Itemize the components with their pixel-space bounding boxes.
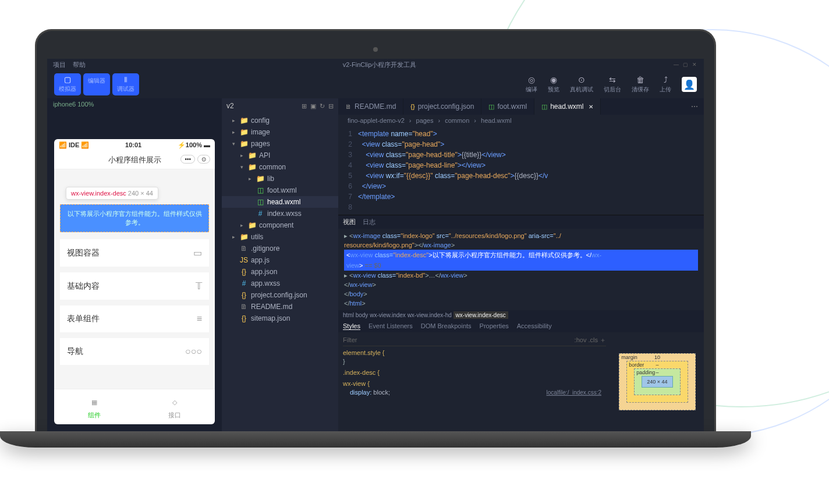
toolbar-action-3[interactable]: ⇆切后台 [604, 75, 621, 94]
editor-tab[interactable]: ◫foot.wxml [481, 98, 534, 115]
tree-item[interactable]: ▸📁API [222, 150, 338, 161]
toolbar-action-5[interactable]: ⤴上传 [660, 75, 671, 94]
tree-item[interactable]: #index.wxss [222, 208, 338, 219]
refresh-icon[interactable]: ↻ [320, 102, 325, 110]
tree-item[interactable]: 🗎.gitignore [222, 243, 338, 254]
simulator-panel: iphone6 100% 📶 IDE 📶 10:01 ⚡100% ▬ 小程序组件… [47, 98, 222, 431]
file-explorer: v2 ⊞ ▣ ↻ ⊟ ▸📁config▸📁image▾📁pages▸📁API▾📁… [222, 98, 338, 431]
tree-item[interactable]: JSapp.js [222, 254, 338, 266]
styles-filter-controls[interactable]: :hov .cls ＋ [575, 336, 606, 345]
status-battery: ⚡100% ▬ [178, 141, 210, 149]
toolbar-action-0[interactable]: ◎编译 [526, 75, 537, 94]
menu-help[interactable]: 帮助 [73, 61, 86, 69]
tree-item[interactable]: ▸📁lib [222, 173, 338, 184]
tree-item[interactable]: ▸📁config [222, 115, 338, 126]
device-info: iphone6 100% [47, 98, 222, 110]
tree-item[interactable]: ▾📁pages [222, 138, 338, 150]
collapse-icon[interactable]: ⊟ [328, 102, 334, 110]
code-editor[interactable]: 1<template name="head">2 <view class="pa… [338, 126, 704, 215]
ide-window: 项目 帮助 v2-FinClip小程序开发工具 — ▢ ✕ ▢模拟器编辑器⫴调试… [47, 59, 704, 431]
laptop-frame: 项目 帮助 v2-FinClip小程序开发工具 — ▢ ✕ ▢模拟器编辑器⫴调试… [35, 29, 716, 448]
tree-item[interactable]: ▸📁utils [222, 231, 338, 243]
devtools-tab-log[interactable]: 日志 [363, 218, 375, 226]
capsule-menu-icon[interactable]: ••• [180, 155, 195, 164]
mode-button-0[interactable]: ▢模拟器 [54, 73, 81, 95]
devtools-subtab[interactable]: DOM Breakpoints [421, 322, 472, 330]
device-frame: 📶 IDE 📶 10:01 ⚡100% ▬ 小程序组件展示 ••• ⊙ [54, 139, 215, 424]
project-root[interactable]: v2 [226, 102, 234, 110]
dom-breadcrumb[interactable]: html body wx-view.index wx-view.index-hd… [338, 310, 704, 320]
new-file-icon[interactable]: ⊞ [302, 102, 307, 110]
tab-components[interactable]: ▦组件 [54, 389, 134, 424]
close-icon[interactable]: ✕ [692, 62, 698, 68]
tree-item[interactable]: ▸📁image [222, 126, 338, 138]
editor-tab[interactable]: ◫head.wxml✕ [534, 98, 601, 115]
tree-item[interactable]: {}app.json [222, 266, 338, 278]
styles-pane[interactable]: Filter :hov .cls ＋ element.style {}.inde… [338, 332, 611, 431]
editor-tabs: 🗎README.md{}project.config.json◫foot.wxm… [338, 98, 704, 115]
mode-button-2[interactable]: ⫴调试器 [112, 73, 139, 95]
status-time: 10:01 [125, 141, 141, 149]
status-signal: 📶 IDE 📶 [59, 141, 89, 149]
tree-item[interactable]: {}project.config.json [222, 289, 338, 301]
breadcrumb: fino-applet-demo-v2›pages›common›head.wx… [338, 115, 704, 126]
new-folder-icon[interactable]: ▣ [310, 102, 316, 110]
tree-item[interactable]: ▾📁common [222, 161, 338, 173]
menu-project[interactable]: 项目 [53, 61, 66, 69]
list-item[interactable]: 导航○○○ [60, 338, 209, 365]
window-title: v2-FinClip小程序开发工具 [86, 61, 674, 69]
list-item[interactable]: 视图容器▭ [60, 239, 209, 267]
tree-item[interactable]: ▸📁component [222, 219, 338, 231]
avatar[interactable]: 👤 [682, 77, 697, 92]
tab-close-icon[interactable]: ✕ [589, 104, 593, 110]
devtools-tab-view[interactable]: 视图 [343, 218, 356, 226]
toolbar-action-2[interactable]: ⊙真机调试 [570, 75, 593, 94]
tab-api[interactable]: ◇接口 [134, 389, 215, 424]
inspect-tooltip: wx-view.index-desc 240 × 44 [66, 187, 158, 200]
editor-tab[interactable]: 🗎README.md [338, 98, 403, 115]
tree-item[interactable]: ◫foot.wxml [222, 184, 338, 196]
toolbar: ▢模拟器编辑器⫴调试器 ◎编译◉预览⊙真机调试⇆切后台🗑清缓存⤴上传👤 [47, 70, 704, 98]
styles-filter-input[interactable]: Filter [343, 336, 357, 345]
highlighted-element[interactable]: 以下将展示小程序官方组件能力。组件样式仅供参考。 [60, 204, 209, 232]
page-title: 小程序组件展示 [108, 155, 161, 164]
tree-item[interactable]: 🗎README.md [222, 301, 338, 313]
list-item[interactable]: 表单组件≡ [60, 306, 209, 332]
devtools-panel: 视图 日志 ▸ <wx-image class="index-logo" src… [338, 215, 704, 431]
dom-tree[interactable]: ▸ <wx-image class="index-logo" src="../r… [338, 229, 704, 310]
minimize-icon[interactable]: — [674, 62, 679, 68]
titlebar: 项目 帮助 v2-FinClip小程序开发工具 — ▢ ✕ [47, 59, 704, 70]
tabs-overflow-icon[interactable]: ⋯ [685, 102, 704, 111]
box-model: margin 10 border – padding – 240 × 4 [611, 332, 704, 431]
toolbar-action-1[interactable]: ◉预览 [548, 75, 559, 94]
editor-tab[interactable]: {}project.config.json [403, 98, 481, 115]
tree-item[interactable]: #app.wxss [222, 278, 338, 289]
capsule-close-icon[interactable]: ⊙ [197, 155, 210, 164]
tree-item[interactable]: ◫head.wxml [222, 196, 338, 208]
mode-button-1[interactable]: 编辑器 [83, 73, 110, 95]
devtools-subtab[interactable]: Accessibility [517, 322, 552, 330]
toolbar-action-4[interactable]: 🗑清缓存 [632, 75, 649, 94]
devtools-subtab[interactable]: Properties [480, 322, 509, 330]
tree-item[interactable]: {}sitemap.json [222, 313, 338, 324]
devtools-subtab[interactable]: Styles [343, 322, 360, 330]
maximize-icon[interactable]: ▢ [683, 62, 689, 68]
list-item[interactable]: 基础内容𝕋 [60, 272, 209, 300]
devtools-subtab[interactable]: Event Listeners [369, 322, 413, 330]
